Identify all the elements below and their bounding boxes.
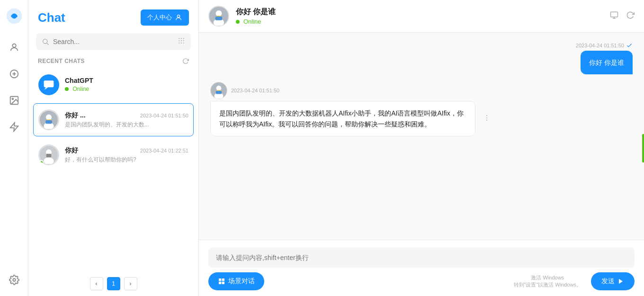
dots-icon xyxy=(483,114,491,122)
svg-rect-21 xyxy=(44,81,54,87)
main-chat: 你好 你是谁 Online xyxy=(199,0,644,296)
online-label-chatgpt: Online xyxy=(72,86,89,92)
svg-point-1 xyxy=(12,44,16,47)
chat-info-2: 你好 2023-04-24 01:22:51 好，有什么可以帮助你的吗? xyxy=(65,146,188,164)
svg-rect-44 xyxy=(216,91,222,94)
nav-icon-lightning[interactable] xyxy=(6,118,23,135)
nav-icon-add[interactable] xyxy=(6,65,23,82)
icon-bar xyxy=(0,0,28,296)
more-options-icon[interactable] xyxy=(483,114,491,124)
chat-name-1: 你好 ... xyxy=(65,111,86,120)
personal-center-button[interactable]: 个人中心 xyxy=(141,9,189,26)
windows-activate-text: 激活 Windows 转到"设置"以激活 Windows。 xyxy=(514,274,582,289)
chat-bubble-icon xyxy=(43,79,55,91)
chatgpt-name: ChatGPT xyxy=(65,77,93,84)
search-bar xyxy=(36,33,191,50)
online-dot-2 xyxy=(39,160,44,164)
svg-rect-27 xyxy=(45,120,52,124)
chat-avatar-chatgpt xyxy=(38,74,59,95)
send-button[interactable]: 发送 xyxy=(591,272,635,290)
online-dot-chatgpt xyxy=(65,87,69,91)
monitor-icon[interactable] xyxy=(610,11,618,22)
svg-marker-7 xyxy=(10,123,18,131)
message-outgoing-1: 2023-04-24 01:51:50 你好 你是谁 xyxy=(210,42,633,74)
svg-point-12 xyxy=(179,38,179,39)
svg-point-18 xyxy=(179,43,179,44)
sidebar-title: Chat xyxy=(38,10,65,25)
grid-icon[interactable] xyxy=(178,37,185,46)
svg-point-45 xyxy=(486,115,487,116)
bot-avatar-icon xyxy=(211,82,227,99)
chat-header-avatar xyxy=(208,6,229,27)
svg-point-16 xyxy=(181,40,182,41)
chat-time-1: 2023-04-24 01:51:50 xyxy=(140,113,188,118)
search-icon xyxy=(42,38,49,45)
msg-time-outgoing-1: 2023-04-24 01:51:50 xyxy=(576,42,633,49)
chat-avatar-2 xyxy=(38,144,59,165)
nav-icon-image[interactable] xyxy=(6,92,23,109)
svg-marker-52 xyxy=(619,279,623,284)
recent-chats-label: RECENT CHATS xyxy=(28,56,198,68)
checkmark-icon xyxy=(626,42,633,49)
chat-header-icons xyxy=(610,11,635,22)
person-avatar-1 xyxy=(40,111,58,129)
svg-rect-36 xyxy=(215,17,222,20)
input-actions: 场景对话 激活 Windows 转到"设置"以激活 Windows。 发送 xyxy=(208,272,635,290)
chat-item-chatgpt[interactable]: ChatGPT Online xyxy=(33,68,194,101)
person-icon xyxy=(175,14,182,21)
chat-item-2[interactable]: 你好 2023-04-24 01:22:51 好，有什么可以帮助你的吗? xyxy=(33,138,194,171)
svg-line-11 xyxy=(47,43,49,45)
prev-page-button[interactable]: ‹ xyxy=(90,277,103,290)
grid-dots-icon xyxy=(178,37,185,45)
refresh-header-icon[interactable] xyxy=(626,11,635,22)
chat-header-left: 你好 你是谁 Online xyxy=(208,6,276,27)
chat-header-name: 你好 你是谁 xyxy=(236,7,276,17)
msg-bubble-outgoing-1: 你好 你是谁 xyxy=(581,51,633,74)
svg-point-17 xyxy=(183,40,184,41)
svg-point-24 xyxy=(46,115,52,120)
chat-item-1[interactable]: 你好 ... 2023-04-24 01:51:50 是国内团队发明的、开发的大… xyxy=(33,103,194,136)
svg-point-46 xyxy=(486,117,487,118)
svg-rect-51 xyxy=(222,282,224,284)
input-box xyxy=(208,248,635,268)
scene-chat-button[interactable]: 场景对话 xyxy=(208,272,264,290)
svg-point-13 xyxy=(181,38,182,39)
header-online-dot xyxy=(236,20,240,24)
chat-info-1: 你好 ... 2023-04-24 01:51:50 是国内团队发明的、开发的大… xyxy=(65,111,188,129)
msg-bubble-incoming-1: 是国内团队发明的、开发的大数据机器人AIfix小助手，我的AI语言模型叫做AIf… xyxy=(210,101,475,136)
svg-point-10 xyxy=(43,39,47,44)
svg-point-8 xyxy=(13,278,16,281)
search-input[interactable] xyxy=(53,38,174,45)
logo-icon xyxy=(6,8,23,25)
sidebar-header: Chat 个人中心 xyxy=(28,0,198,33)
header-avatar-icon xyxy=(209,7,228,26)
svg-point-15 xyxy=(179,40,179,41)
messages-area: 2023-04-24 01:51:50 你好 你是谁 xyxy=(199,33,644,240)
chat-time-2: 2023-04-24 01:22:51 xyxy=(140,148,188,153)
chat-preview-2: 好，有什么可以帮助你的吗? xyxy=(65,156,188,164)
green-indicator xyxy=(642,134,644,162)
sidebar: Chat 个人中心 RECENT CHATS xyxy=(28,0,199,296)
msg-time-incoming-1: 2023-04-24 01:51:50 xyxy=(210,82,279,99)
chat-header: 你好 你是谁 Online xyxy=(199,0,644,33)
next-page-button[interactable]: › xyxy=(124,277,137,290)
svg-point-33 xyxy=(216,10,222,17)
svg-point-20 xyxy=(183,43,184,44)
page-1-button[interactable]: 1 xyxy=(107,277,120,290)
chat-list: ChatGPT Online 你 xyxy=(28,68,198,271)
svg-marker-22 xyxy=(45,87,48,90)
refresh-icon-small[interactable] xyxy=(182,58,189,64)
svg-rect-50 xyxy=(219,282,221,284)
pagination: ‹ 1 › xyxy=(28,271,198,296)
chat-info-chatgpt: ChatGPT Online xyxy=(65,77,188,93)
scene-icon xyxy=(218,278,225,285)
nav-icon-person[interactable] xyxy=(6,39,23,56)
svg-rect-48 xyxy=(219,278,221,281)
message-input[interactable] xyxy=(216,254,627,261)
incoming-avatar xyxy=(210,82,227,99)
svg-point-9 xyxy=(177,15,179,18)
svg-point-14 xyxy=(183,38,184,39)
svg-rect-49 xyxy=(222,278,224,281)
svg-rect-37 xyxy=(611,12,618,17)
settings-icon[interactable] xyxy=(6,271,23,288)
